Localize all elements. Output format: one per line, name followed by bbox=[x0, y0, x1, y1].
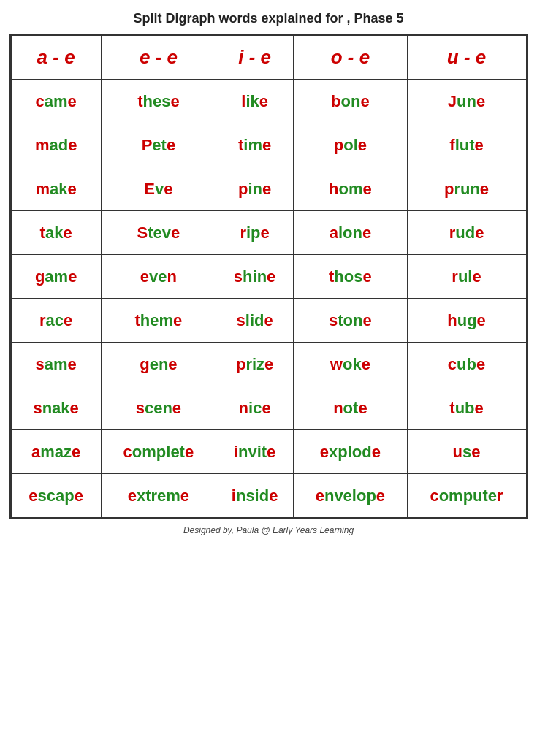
table-row: samegeneprizewokecube bbox=[11, 343, 526, 386]
table-cell: slide bbox=[216, 299, 294, 343]
table-cell: amaze bbox=[11, 430, 101, 474]
table-cell: alone bbox=[294, 211, 407, 255]
table-cell: rule bbox=[407, 255, 526, 299]
table-cell: tube bbox=[407, 386, 526, 430]
table-cell: came bbox=[11, 80, 101, 123]
table-cell: use bbox=[407, 430, 526, 474]
table-row: racethemeslidestonehuge bbox=[11, 299, 526, 343]
word-table: a - ee - ei - eo - eu - e cametheselikeb… bbox=[9, 34, 528, 519]
table-cell: snake bbox=[11, 386, 101, 430]
table-cell: Steve bbox=[101, 211, 216, 255]
table-cell: pine bbox=[216, 167, 294, 211]
table-cell: these bbox=[101, 80, 216, 123]
header-col-1: e - e bbox=[101, 36, 216, 80]
table-cell: scene bbox=[101, 386, 216, 430]
table-cell: prize bbox=[216, 343, 294, 386]
table-cell: cube bbox=[407, 343, 526, 386]
table-cell: stone bbox=[294, 299, 407, 343]
header-col-2: i - e bbox=[216, 36, 294, 80]
table-cell: inside bbox=[216, 474, 294, 518]
table-cell: complete bbox=[101, 430, 216, 474]
table-row: takeSteveripealonerude bbox=[11, 211, 526, 255]
footer-text: Designed by, Paula @ Early Years Learnin… bbox=[183, 525, 354, 535]
table-cell: home bbox=[294, 167, 407, 211]
table-cell: escape bbox=[11, 474, 101, 518]
table-cell: rude bbox=[407, 211, 526, 255]
table-cell: theme bbox=[101, 299, 216, 343]
table-cell: woke bbox=[294, 343, 407, 386]
table-row: snakescenenicenotetube bbox=[11, 386, 526, 430]
table-cell: ripe bbox=[216, 211, 294, 255]
table-cell: pole bbox=[294, 123, 407, 167]
table-cell: even bbox=[101, 255, 216, 299]
table-cell: gene bbox=[101, 343, 216, 386]
table-cell: take bbox=[11, 211, 101, 255]
table-cell: like bbox=[216, 80, 294, 123]
table-cell: nice bbox=[216, 386, 294, 430]
table-row: madePetetimepoleflute bbox=[11, 123, 526, 167]
table-row: amazecompleteinviteexplodeuse bbox=[11, 430, 526, 474]
table-cell: game bbox=[11, 255, 101, 299]
table-cell: envelope bbox=[294, 474, 407, 518]
table-cell: made bbox=[11, 123, 101, 167]
table-cell: race bbox=[11, 299, 101, 343]
table-cell: note bbox=[294, 386, 407, 430]
table-cell: prune bbox=[407, 167, 526, 211]
header-col-3: o - e bbox=[294, 36, 407, 80]
page-title: Split Digraph words explained for , Phas… bbox=[133, 11, 403, 26]
table-cell: extreme bbox=[101, 474, 216, 518]
table-cell: same bbox=[11, 343, 101, 386]
header-col-0: a - e bbox=[11, 36, 101, 80]
table-cell: computer bbox=[407, 474, 526, 518]
table-row: gameevenshinethoserule bbox=[11, 255, 526, 299]
header-col-4: u - e bbox=[407, 36, 526, 80]
table-cell: flute bbox=[407, 123, 526, 167]
table-cell: make bbox=[11, 167, 101, 211]
table-cell: bone bbox=[294, 80, 407, 123]
table-cell: June bbox=[407, 80, 526, 123]
table-row: escapeextremeinsideenvelopecomputer bbox=[11, 474, 526, 518]
table-cell: Pete bbox=[101, 123, 216, 167]
table-cell: Eve bbox=[101, 167, 216, 211]
table-row: cametheselikeboneJune bbox=[11, 80, 526, 123]
table-cell: time bbox=[216, 123, 294, 167]
table-cell: shine bbox=[216, 255, 294, 299]
table-cell: huge bbox=[407, 299, 526, 343]
table-cell: invite bbox=[216, 430, 294, 474]
table-row: makeEvepinehomeprune bbox=[11, 167, 526, 211]
table-cell: explode bbox=[294, 430, 407, 474]
table-cell: those bbox=[294, 255, 407, 299]
